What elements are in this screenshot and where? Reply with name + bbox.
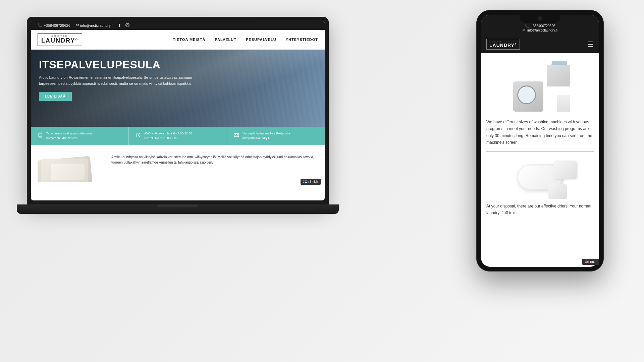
svg-rect-0 bbox=[126, 23, 129, 27]
top-load-washer bbox=[547, 65, 570, 86]
site-topbar: 📞 +358406729626 ✉ info@arcticlaundry.fi … bbox=[31, 21, 325, 30]
front-load-washer bbox=[513, 81, 543, 112]
language-label: Finnish bbox=[308, 180, 318, 183]
towel-stack bbox=[557, 95, 570, 112]
hero-section: ITSEPALVELUPESULA Arctic Laundry on Rova… bbox=[31, 50, 325, 127]
phone-logo-big: LAUNDRY° bbox=[489, 43, 517, 48]
info-bar-hours: AVOINNA joka päivä klo 7.00-22.00 OPEN D… bbox=[128, 127, 226, 145]
logo-big-text: LAUNDRY° bbox=[41, 37, 78, 44]
svg-point-1 bbox=[127, 24, 128, 26]
nav-links: TIETOA MEISTÄ PALVELUT PESUPALVELU YHTEY… bbox=[173, 38, 318, 42]
info-bar: Tarvittaessa saat apua soittamalla numer… bbox=[31, 127, 325, 145]
topbar-facebook[interactable]: f bbox=[119, 23, 120, 28]
svg-rect-3 bbox=[39, 133, 42, 137]
phone-topbar-phone-icon: 📞 bbox=[525, 24, 529, 28]
phone-device: 📞 +358406729626 ✉ info@arcticlaundry.fi … bbox=[476, 10, 604, 272]
phone-divider bbox=[486, 152, 594, 152]
phone-language-badge[interactable]: 🇺🇸 En... bbox=[582, 259, 599, 265]
topbar-phone: 📞 +358406729626 bbox=[38, 23, 70, 27]
phone-topbar-email-address: info@arcticlaundry.fi bbox=[527, 28, 557, 32]
topbar-phone-number: +358406729626 bbox=[44, 23, 70, 27]
topbar-email: ✉ info@arcticlaundry.fi bbox=[76, 23, 113, 27]
phone-topbar-email-icon: ✉ bbox=[523, 28, 525, 32]
content-image bbox=[38, 152, 105, 182]
topbar-email-address: info@arcticlaundry.fi bbox=[80, 23, 113, 27]
phone-flag-icon: 🇺🇸 bbox=[585, 260, 589, 263]
language-badge[interactable]: 🇫🇮 Finnish bbox=[301, 179, 321, 185]
content-text: Arctic Laundryssa on viihtyisä kahvila v… bbox=[111, 152, 318, 182]
pillow-small-2 bbox=[548, 184, 567, 199]
info-email-icon bbox=[234, 131, 239, 140]
nav-link-services[interactable]: PALVELUT bbox=[215, 38, 236, 42]
phone-topbar-phone-number: +358406729626 bbox=[531, 24, 555, 28]
scene: 📞 +358406729626 ✉ info@arcticlaundry.fi … bbox=[0, 0, 644, 362]
washing-machine-group bbox=[510, 61, 570, 112]
info-email-text: Voit myös laittaa meille sähköpostia inf… bbox=[243, 131, 290, 140]
info-phone-text: Tarvittaessa saat apua soittamalla numer… bbox=[46, 131, 92, 140]
laptop-device: 📞 +358406729626 ✉ info@arcticlaundry.fi … bbox=[17, 17, 339, 235]
info-hours-text: AVOINNA joka päivä klo 7.00-22.00 OPEN D… bbox=[144, 131, 192, 140]
hero-cta-button[interactable]: LUE LISÄÄ bbox=[39, 92, 72, 101]
phone-logo-text: ARCTIC LAUNDRY° bbox=[489, 41, 517, 48]
phone-logo[interactable]: ARCTIC LAUNDRY° bbox=[486, 39, 520, 50]
phone-topbar-phone: 📞 +358406729626 bbox=[486, 24, 594, 28]
laptop-base bbox=[17, 204, 339, 214]
info-bar-phone: Tarvittaessa saat apua soittamalla numer… bbox=[31, 127, 128, 145]
info-phone-icon bbox=[38, 131, 43, 140]
phone-topbar-email: ✉ info@arcticlaundry.fi bbox=[486, 28, 594, 32]
nav-link-washing[interactable]: PESUPALVELU bbox=[246, 38, 276, 42]
site-content: Arctic Laundryssa on viihtyisä kahvila v… bbox=[31, 145, 325, 189]
instagram-icon bbox=[125, 23, 129, 28]
nav-link-contact[interactable]: YHTEYSTIEDOT bbox=[286, 38, 318, 42]
hero-content: ITSEPALVELUPESULA Arctic Laundry on Rova… bbox=[31, 50, 205, 110]
duvets-image bbox=[506, 157, 574, 197]
flag-icon: 🇫🇮 bbox=[303, 180, 307, 183]
email-icon: ✉ bbox=[76, 23, 79, 27]
washing-machines-image bbox=[506, 60, 574, 113]
info-clock-icon bbox=[136, 131, 141, 140]
site-nav: ARCTIC LAUNDRY° TIETOA MEISTÄ PALVELUT P… bbox=[31, 30, 325, 50]
phone-screen: 📞 +358406729626 ✉ info@arcticlaundry.fi … bbox=[481, 15, 599, 267]
svg-point-2 bbox=[128, 24, 128, 24]
phone-section1-text: We have different sizes of washing machi… bbox=[486, 119, 594, 146]
hero-title: ITSEPALVELUPESULA bbox=[39, 59, 197, 71]
phone-language-label: En... bbox=[590, 260, 596, 263]
phone-body: 📞 +358406729626 ✉ info@arcticlaundry.fi … bbox=[476, 10, 604, 272]
phone-icon: 📞 bbox=[38, 23, 42, 27]
phone-section2-text: At your disposal, there are our effectiv… bbox=[486, 203, 594, 217]
topbar-instagram[interactable] bbox=[125, 23, 129, 28]
site-logo[interactable]: ARCTIC LAUNDRY° bbox=[38, 33, 82, 46]
laptop-body: 📞 +358406729626 ✉ info@arcticlaundry.fi … bbox=[27, 17, 329, 204]
pillow-small bbox=[553, 161, 577, 179]
hero-description: Arctic Laundry on Rovaniemen ensimmäinen… bbox=[39, 75, 197, 86]
info-bar-email: Voit myös laittaa meille sähköpostia inf… bbox=[227, 127, 325, 145]
laptop-screen: 📞 +358406729626 ✉ info@arcticlaundry.fi … bbox=[31, 21, 325, 200]
facebook-icon: f bbox=[119, 23, 120, 28]
phone-content: We have different sizes of washing machi… bbox=[481, 53, 599, 267]
phone-nav: ARCTIC LAUNDRY° ☰ bbox=[481, 36, 599, 53]
hamburger-menu-button[interactable]: ☰ bbox=[588, 40, 594, 48]
nav-link-about[interactable]: TIETOA MEISTÄ bbox=[173, 38, 205, 42]
phone-camera bbox=[538, 16, 542, 21]
logo-small-text: ARCTIC bbox=[51, 35, 68, 37]
